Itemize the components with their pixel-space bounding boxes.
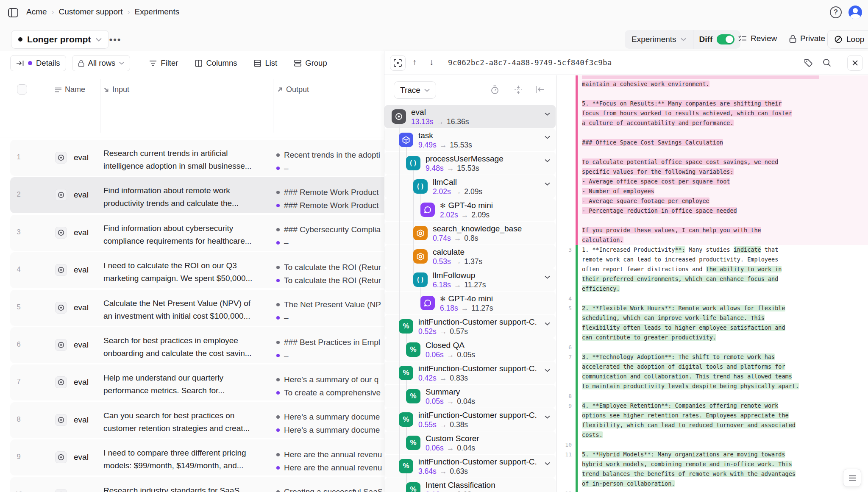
- span-tree-row[interactable]: %initFunction-Customer support-C...0.55s…: [384, 408, 556, 431]
- span-tree-row[interactable]: ✻GPT-4o mini6.18s→11.27s: [384, 292, 556, 314]
- table-row[interactable]: 8evalCan you search for best practices o…: [10, 402, 384, 438]
- help-icon[interactable]: ?: [830, 6, 842, 18]
- chevron-down-icon[interactable]: [545, 182, 550, 186]
- avatar[interactable]: [849, 6, 862, 19]
- span-tree-row[interactable]: %Custom Scorer0.06s→0.04s: [384, 431, 556, 454]
- diff-deleted-text: - Average office space cost per square f…: [582, 178, 730, 185]
- span-name: initFunction-Customer support-C...: [418, 364, 537, 373]
- chevron-down-icon[interactable]: [545, 415, 550, 419]
- select-all-checkbox[interactable]: [17, 84, 27, 95]
- span-tree-row[interactable]: %Summary0.05s→0.04s: [384, 385, 556, 408]
- arrow-right-icon: →: [451, 234, 465, 242]
- previous-row-button[interactable]: ↑: [412, 57, 417, 67]
- chevron-down-icon[interactable]: [545, 112, 550, 116]
- span-tree-row[interactable]: search_knowledge_base0.74s→0.8s: [384, 222, 556, 245]
- output-text: Here are the annual revenu: [284, 463, 382, 473]
- eval-type-icon: [55, 152, 67, 164]
- row-name: eval: [74, 190, 89, 200]
- diff-added-text: efficiency.: [582, 285, 620, 292]
- chevron-down-icon[interactable]: [545, 136, 550, 139]
- table-row[interactable]: 6evalSearch for best practices in employ…: [10, 327, 384, 363]
- group-button[interactable]: Group: [289, 55, 332, 71]
- table-row[interactable]: 2evalFind information about remote workp…: [10, 177, 384, 213]
- table-row[interactable]: 1evalResearch current trends in artifici…: [10, 140, 384, 176]
- column-header-output[interactable]: Output: [277, 85, 309, 94]
- diff-line-text: of in-person collaboration.: [578, 479, 868, 489]
- loop-button[interactable]: Loop: [827, 30, 868, 49]
- diff-toggle[interactable]: [717, 34, 734, 44]
- arrow-right-icon: →: [437, 327, 450, 336]
- diff-line-number: [557, 420, 576, 430]
- span-compare-duration: 16.36s: [447, 117, 469, 126]
- private-button[interactable]: Private: [789, 34, 825, 43]
- more-menu-button[interactable]: •••: [108, 33, 123, 46]
- scorer-span-icon: %: [406, 482, 420, 492]
- span-tree-row[interactable]: %initFunction-Customer support-C...0.52s…: [384, 315, 556, 338]
- span-duration: 13.13s: [411, 117, 434, 126]
- rows-filter-button[interactable]: All rows: [72, 55, 131, 71]
- table-row[interactable]: 5evalCalculate the Net Present Value (NP…: [10, 290, 384, 326]
- review-button[interactable]: Review: [738, 34, 777, 43]
- span-name: search_knowledge_base: [433, 224, 537, 233]
- span-tree-row[interactable]: %Intent Classification0.12s→0.08s: [384, 478, 556, 492]
- filter-button[interactable]: Filter: [144, 55, 184, 71]
- table-row[interactable]: 10evalResearch industry standards for Sa…: [10, 477, 384, 492]
- column-divider[interactable]: [51, 79, 51, 133]
- chevron-down-icon[interactable]: [545, 369, 550, 372]
- chevron-down-icon[interactable]: [545, 275, 550, 279]
- span-tree-row[interactable]: %Closed QA0.06s→0.05s: [384, 338, 556, 361]
- next-row-button[interactable]: ↓: [429, 57, 434, 67]
- span-tree-row[interactable]: task9.49s→15.53s: [384, 128, 556, 151]
- table-row[interactable]: 7evalHelp me understand our quarterlyper…: [10, 364, 384, 400]
- breadcrumb-org[interactable]: Acme: [26, 7, 47, 17]
- span-tree-row[interactable]: ()llmFollowup6.18s→11.27s: [384, 268, 556, 291]
- table-row[interactable]: 4evalI need to calculate the ROI on our …: [10, 252, 384, 288]
- column-header-name[interactable]: Name: [55, 85, 85, 94]
- span-name: Custom Scorer: [426, 434, 537, 443]
- diff-menu-button[interactable]: [843, 469, 861, 487]
- tag-icon[interactable]: [804, 58, 813, 67]
- span-tree-row[interactable]: calculate0.53s→1.37s: [384, 245, 556, 268]
- table-row[interactable]: 3evalFind information about cybersecurit…: [10, 215, 384, 251]
- span-tree-row[interactable]: ✻GPT-4o mini2.02s→2.09s: [384, 198, 556, 221]
- collapse-vertical-icon[interactable]: [514, 85, 523, 95]
- diff-line: [557, 128, 868, 138]
- breadcrumb: Acme › Customer support › Experiments: [26, 7, 179, 17]
- timing-icon[interactable]: [490, 85, 499, 95]
- column-divider[interactable]: [273, 79, 273, 133]
- span-tree-row[interactable]: %initFunction-Customer support-C...0.42s…: [384, 361, 556, 384]
- span-tree-row[interactable]: ()processUserMessage9.48s→15.53s: [384, 152, 556, 175]
- details-button[interactable]: Details: [10, 55, 66, 71]
- diff-line-text: their preferred environments, which can …: [578, 274, 868, 284]
- view-selector[interactable]: Experiments: [625, 35, 693, 44]
- collapse-left-icon[interactable]: [535, 85, 545, 94]
- chevron-down-icon[interactable]: [545, 159, 550, 162]
- group-label: Group: [305, 58, 327, 68]
- breadcrumb-section[interactable]: Experiments: [135, 7, 180, 17]
- chevron-down-icon[interactable]: [545, 322, 550, 325]
- search-icon[interactable]: [822, 58, 832, 67]
- diff-line-text: To calculate potential office space cost…: [578, 157, 868, 167]
- breadcrumb-project[interactable]: Customer support: [59, 7, 123, 17]
- span-tree-row[interactable]: %initFunction-Customer support-C...3.64s…: [384, 455, 556, 478]
- llm-span-icon: [420, 296, 435, 310]
- diff-line-text: a culture of accountability and performa…: [578, 118, 868, 128]
- output-text: –: [284, 351, 289, 360]
- columns-button[interactable]: Columns: [189, 55, 242, 71]
- trace-view-selector[interactable]: Trace: [394, 81, 436, 99]
- column-header-input[interactable]: Input: [103, 85, 129, 94]
- experiment-selector[interactable]: Longer prompt: [11, 30, 109, 49]
- chevron-down-icon[interactable]: [545, 462, 550, 465]
- diff-line-number: [557, 372, 576, 381]
- table-row[interactable]: 9evalI need to compare three different p…: [10, 439, 384, 475]
- span-tree-row[interactable]: eval13.13s→16.36s: [384, 105, 556, 128]
- focus-view-button[interactable]: [390, 55, 406, 71]
- list-button[interactable]: List: [248, 55, 283, 71]
- close-icon[interactable]: [847, 55, 863, 71]
- sidebar-toggle-icon[interactable]: [8, 7, 19, 18]
- diff-line-text: can contribute to greater productivity.: [578, 333, 868, 342]
- span-tree-row[interactable]: ()llmCall2.02s→2.09s: [384, 175, 556, 198]
- column-divider[interactable]: [100, 79, 100, 133]
- breadcrumb-separator-icon: ›: [123, 8, 135, 17]
- span-compare-duration: 0.08s: [457, 490, 475, 492]
